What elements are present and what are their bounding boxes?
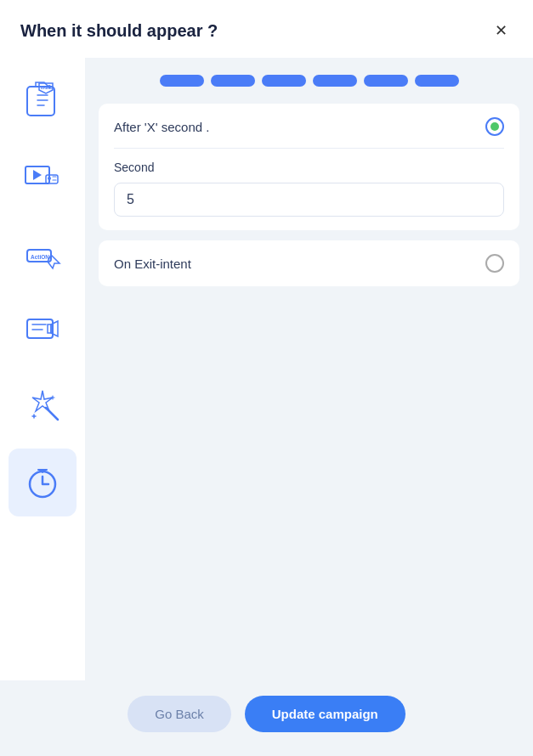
sidebar-item-message[interactable] bbox=[9, 296, 77, 364]
message-icon bbox=[20, 307, 65, 352]
second-input[interactable] bbox=[114, 183, 504, 217]
svg-text:BRAND: BRAND bbox=[41, 86, 54, 90]
step-dot-5 bbox=[364, 75, 408, 87]
radio-exit-intent[interactable] bbox=[485, 254, 504, 273]
step-dot-6 bbox=[415, 75, 459, 87]
sidebar-item-media[interactable] bbox=[9, 143, 77, 211]
magic-icon bbox=[20, 384, 65, 428]
radio-after-x-seconds[interactable] bbox=[485, 117, 504, 136]
media-icon bbox=[20, 155, 65, 199]
step-dot-2 bbox=[211, 75, 255, 87]
action-icon: ActiON bbox=[20, 231, 65, 275]
option-exit-intent-header[interactable]: On Exit-intent bbox=[114, 254, 504, 273]
second-section: Second bbox=[114, 148, 504, 217]
sidebar-item-timing[interactable] bbox=[9, 449, 77, 516]
step-dot-3 bbox=[262, 75, 306, 87]
main-content: After 'X' second . Second On Exit-intent bbox=[85, 58, 533, 680]
update-campaign-button[interactable]: Update campaign bbox=[245, 696, 405, 732]
modal-header: When it should appear ? ✕ bbox=[0, 0, 533, 58]
modal-body: BRAND bbox=[0, 58, 533, 680]
second-label: Second bbox=[114, 161, 504, 174]
modal: When it should appear ? ✕ bbox=[0, 0, 533, 756]
brand-icon: BRAND bbox=[20, 78, 65, 122]
svg-marker-4 bbox=[33, 170, 42, 180]
step-indicators bbox=[99, 75, 519, 87]
option-after-x-seconds: After 'X' second . Second bbox=[99, 104, 519, 230]
option-after-x-header[interactable]: After 'X' second . bbox=[114, 117, 504, 136]
radio-inner-selected bbox=[490, 122, 499, 131]
close-button[interactable]: ✕ bbox=[489, 19, 513, 42]
sidebar-item-magic[interactable] bbox=[9, 372, 77, 440]
option-after-x-label: After 'X' second . bbox=[114, 120, 209, 134]
svg-text:ActiON: ActiON bbox=[31, 254, 49, 260]
modal-footer: Go Back Update campaign bbox=[0, 680, 533, 756]
sidebar-item-action[interactable]: ActiON bbox=[9, 219, 77, 287]
svg-rect-9 bbox=[27, 319, 53, 338]
step-dot-4 bbox=[313, 75, 357, 87]
sidebar-item-brand[interactable]: BRAND bbox=[9, 66, 77, 134]
svg-rect-10 bbox=[48, 324, 51, 333]
option-exit-intent-label: On Exit-intent bbox=[114, 257, 191, 271]
modal-title: When it should appear ? bbox=[20, 21, 218, 41]
sidebar: BRAND bbox=[0, 58, 85, 680]
go-back-button[interactable]: Go Back bbox=[128, 696, 231, 732]
timing-icon bbox=[20, 460, 65, 505]
step-dot-1 bbox=[160, 75, 204, 87]
svg-point-6 bbox=[48, 177, 51, 180]
option-exit-intent: On Exit-intent bbox=[99, 240, 519, 286]
